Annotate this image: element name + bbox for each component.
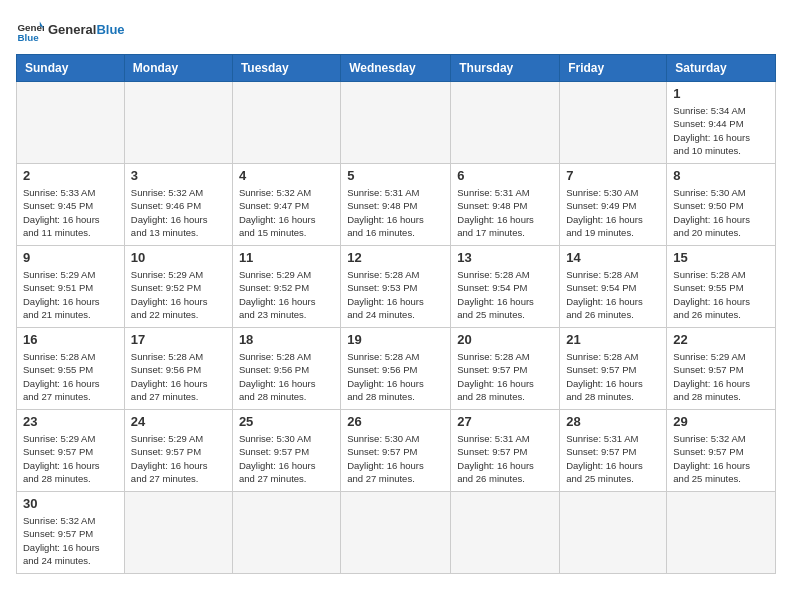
generalblue-logo-icon: General Blue xyxy=(16,16,44,44)
day-info: Sunrise: 5:29 AM Sunset: 9:52 PM Dayligh… xyxy=(131,268,226,321)
day-number: 7 xyxy=(566,168,660,183)
calendar-cell: 20Sunrise: 5:28 AM Sunset: 9:57 PM Dayli… xyxy=(451,328,560,410)
calendar-cell: 30Sunrise: 5:32 AM Sunset: 9:57 PM Dayli… xyxy=(17,492,125,574)
week-row-5: 23Sunrise: 5:29 AM Sunset: 9:57 PM Dayli… xyxy=(17,410,776,492)
day-info: Sunrise: 5:32 AM Sunset: 9:47 PM Dayligh… xyxy=(239,186,334,239)
day-number: 5 xyxy=(347,168,444,183)
day-info: Sunrise: 5:33 AM Sunset: 9:45 PM Dayligh… xyxy=(23,186,118,239)
day-info: Sunrise: 5:32 AM Sunset: 9:57 PM Dayligh… xyxy=(23,514,118,567)
calendar-cell: 18Sunrise: 5:28 AM Sunset: 9:56 PM Dayli… xyxy=(232,328,340,410)
day-info: Sunrise: 5:32 AM Sunset: 9:46 PM Dayligh… xyxy=(131,186,226,239)
day-info: Sunrise: 5:28 AM Sunset: 9:55 PM Dayligh… xyxy=(23,350,118,403)
calendar-cell xyxy=(560,492,667,574)
day-number: 22 xyxy=(673,332,769,347)
day-number: 3 xyxy=(131,168,226,183)
day-info: Sunrise: 5:28 AM Sunset: 9:54 PM Dayligh… xyxy=(457,268,553,321)
calendar-cell: 24Sunrise: 5:29 AM Sunset: 9:57 PM Dayli… xyxy=(124,410,232,492)
calendar-cell xyxy=(232,82,340,164)
calendar-cell xyxy=(667,492,776,574)
page-header: General Blue GeneralBlue xyxy=(16,16,776,44)
day-number: 12 xyxy=(347,250,444,265)
calendar-cell: 9Sunrise: 5:29 AM Sunset: 9:51 PM Daylig… xyxy=(17,246,125,328)
calendar-cell: 25Sunrise: 5:30 AM Sunset: 9:57 PM Dayli… xyxy=(232,410,340,492)
calendar-cell xyxy=(124,492,232,574)
day-number: 17 xyxy=(131,332,226,347)
day-info: Sunrise: 5:28 AM Sunset: 9:53 PM Dayligh… xyxy=(347,268,444,321)
logo: General Blue GeneralBlue xyxy=(16,16,125,44)
day-info: Sunrise: 5:29 AM Sunset: 9:51 PM Dayligh… xyxy=(23,268,118,321)
calendar-cell xyxy=(451,492,560,574)
day-info: Sunrise: 5:28 AM Sunset: 9:57 PM Dayligh… xyxy=(457,350,553,403)
weekday-header-friday: Friday xyxy=(560,55,667,82)
day-number: 16 xyxy=(23,332,118,347)
day-info: Sunrise: 5:29 AM Sunset: 9:57 PM Dayligh… xyxy=(131,432,226,485)
calendar-cell xyxy=(17,82,125,164)
day-number: 9 xyxy=(23,250,118,265)
logo-general: General xyxy=(48,22,96,37)
day-number: 14 xyxy=(566,250,660,265)
day-info: Sunrise: 5:28 AM Sunset: 9:56 PM Dayligh… xyxy=(239,350,334,403)
calendar-cell xyxy=(232,492,340,574)
day-number: 19 xyxy=(347,332,444,347)
day-number: 20 xyxy=(457,332,553,347)
calendar-cell xyxy=(341,492,451,574)
day-number: 18 xyxy=(239,332,334,347)
weekday-header-wednesday: Wednesday xyxy=(341,55,451,82)
week-row-3: 9Sunrise: 5:29 AM Sunset: 9:51 PM Daylig… xyxy=(17,246,776,328)
weekday-header-sunday: Sunday xyxy=(17,55,125,82)
calendar-cell: 7Sunrise: 5:30 AM Sunset: 9:49 PM Daylig… xyxy=(560,164,667,246)
day-info: Sunrise: 5:31 AM Sunset: 9:48 PM Dayligh… xyxy=(457,186,553,239)
day-info: Sunrise: 5:32 AM Sunset: 9:57 PM Dayligh… xyxy=(673,432,769,485)
weekday-header-thursday: Thursday xyxy=(451,55,560,82)
day-info: Sunrise: 5:29 AM Sunset: 9:57 PM Dayligh… xyxy=(23,432,118,485)
day-number: 8 xyxy=(673,168,769,183)
day-info: Sunrise: 5:30 AM Sunset: 9:49 PM Dayligh… xyxy=(566,186,660,239)
calendar-cell: 13Sunrise: 5:28 AM Sunset: 9:54 PM Dayli… xyxy=(451,246,560,328)
day-info: Sunrise: 5:28 AM Sunset: 9:55 PM Dayligh… xyxy=(673,268,769,321)
week-row-6: 30Sunrise: 5:32 AM Sunset: 9:57 PM Dayli… xyxy=(17,492,776,574)
calendar-cell: 28Sunrise: 5:31 AM Sunset: 9:57 PM Dayli… xyxy=(560,410,667,492)
calendar-cell: 4Sunrise: 5:32 AM Sunset: 9:47 PM Daylig… xyxy=(232,164,340,246)
calendar-cell: 11Sunrise: 5:29 AM Sunset: 9:52 PM Dayli… xyxy=(232,246,340,328)
calendar-cell: 19Sunrise: 5:28 AM Sunset: 9:56 PM Dayli… xyxy=(341,328,451,410)
calendar-cell: 3Sunrise: 5:32 AM Sunset: 9:46 PM Daylig… xyxy=(124,164,232,246)
day-number: 30 xyxy=(23,496,118,511)
day-number: 2 xyxy=(23,168,118,183)
day-info: Sunrise: 5:28 AM Sunset: 9:54 PM Dayligh… xyxy=(566,268,660,321)
day-info: Sunrise: 5:28 AM Sunset: 9:56 PM Dayligh… xyxy=(347,350,444,403)
calendar-cell: 6Sunrise: 5:31 AM Sunset: 9:48 PM Daylig… xyxy=(451,164,560,246)
calendar-cell: 16Sunrise: 5:28 AM Sunset: 9:55 PM Dayli… xyxy=(17,328,125,410)
day-number: 23 xyxy=(23,414,118,429)
day-info: Sunrise: 5:31 AM Sunset: 9:48 PM Dayligh… xyxy=(347,186,444,239)
day-number: 24 xyxy=(131,414,226,429)
calendar-cell: 10Sunrise: 5:29 AM Sunset: 9:52 PM Dayli… xyxy=(124,246,232,328)
day-info: Sunrise: 5:30 AM Sunset: 9:50 PM Dayligh… xyxy=(673,186,769,239)
week-row-4: 16Sunrise: 5:28 AM Sunset: 9:55 PM Dayli… xyxy=(17,328,776,410)
day-number: 6 xyxy=(457,168,553,183)
calendar-cell: 5Sunrise: 5:31 AM Sunset: 9:48 PM Daylig… xyxy=(341,164,451,246)
day-number: 28 xyxy=(566,414,660,429)
week-row-1: 1Sunrise: 5:34 AM Sunset: 9:44 PM Daylig… xyxy=(17,82,776,164)
day-info: Sunrise: 5:30 AM Sunset: 9:57 PM Dayligh… xyxy=(239,432,334,485)
calendar-cell: 2Sunrise: 5:33 AM Sunset: 9:45 PM Daylig… xyxy=(17,164,125,246)
day-number: 4 xyxy=(239,168,334,183)
day-info: Sunrise: 5:34 AM Sunset: 9:44 PM Dayligh… xyxy=(673,104,769,157)
calendar-cell: 21Sunrise: 5:28 AM Sunset: 9:57 PM Dayli… xyxy=(560,328,667,410)
calendar-cell xyxy=(560,82,667,164)
day-number: 1 xyxy=(673,86,769,101)
day-info: Sunrise: 5:28 AM Sunset: 9:57 PM Dayligh… xyxy=(566,350,660,403)
day-number: 10 xyxy=(131,250,226,265)
calendar-cell: 22Sunrise: 5:29 AM Sunset: 9:57 PM Dayli… xyxy=(667,328,776,410)
logo-blue: Blue xyxy=(96,22,124,37)
weekday-header-saturday: Saturday xyxy=(667,55,776,82)
calendar-cell: 12Sunrise: 5:28 AM Sunset: 9:53 PM Dayli… xyxy=(341,246,451,328)
day-info: Sunrise: 5:29 AM Sunset: 9:57 PM Dayligh… xyxy=(673,350,769,403)
day-number: 29 xyxy=(673,414,769,429)
calendar-cell: 8Sunrise: 5:30 AM Sunset: 9:50 PM Daylig… xyxy=(667,164,776,246)
day-info: Sunrise: 5:31 AM Sunset: 9:57 PM Dayligh… xyxy=(566,432,660,485)
calendar-cell xyxy=(124,82,232,164)
calendar-cell: 29Sunrise: 5:32 AM Sunset: 9:57 PM Dayli… xyxy=(667,410,776,492)
day-number: 15 xyxy=(673,250,769,265)
calendar-cell: 1Sunrise: 5:34 AM Sunset: 9:44 PM Daylig… xyxy=(667,82,776,164)
day-info: Sunrise: 5:28 AM Sunset: 9:56 PM Dayligh… xyxy=(131,350,226,403)
